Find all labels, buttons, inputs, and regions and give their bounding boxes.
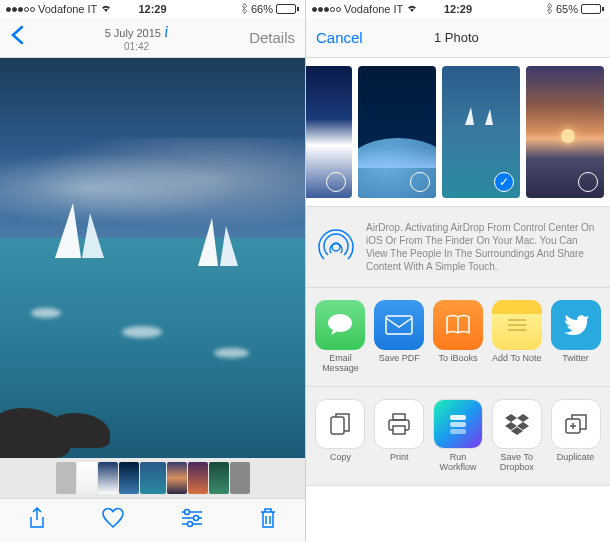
airdrop-icon bbox=[316, 227, 356, 267]
svg-rect-12 bbox=[450, 415, 466, 420]
status-time: 12:29 bbox=[138, 3, 166, 15]
battery-pct: 66% bbox=[251, 3, 273, 15]
copy-icon bbox=[315, 399, 365, 449]
photo-thumb-selected[interactable]: ✓ bbox=[442, 66, 520, 198]
svg-rect-13 bbox=[450, 422, 466, 427]
signal-icon bbox=[6, 7, 35, 12]
bluetooth-icon bbox=[546, 3, 553, 16]
svg-rect-4 bbox=[386, 316, 412, 334]
mail-icon bbox=[374, 300, 424, 350]
share-button[interactable] bbox=[27, 506, 47, 535]
photo-count: 1 Photo bbox=[363, 30, 550, 45]
action-duplicate[interactable]: Duplicate bbox=[549, 399, 602, 473]
carrier-label: Vodafone IT bbox=[38, 3, 97, 15]
nav-bar: 5 July 2015 i 01:42 Details bbox=[0, 18, 305, 58]
svg-rect-14 bbox=[450, 429, 466, 434]
share-message[interactable]: Email Message bbox=[314, 300, 367, 374]
actions-row: Copy Print Run Workflow Save To Dropbox … bbox=[306, 387, 610, 486]
share-mail[interactable]: Save PDF bbox=[373, 300, 426, 374]
share-ibooks[interactable]: To iBooks bbox=[432, 300, 485, 374]
battery-icon bbox=[581, 4, 604, 14]
share-twitter[interactable]: Twitter bbox=[549, 300, 602, 374]
status-time: 12:29 bbox=[444, 3, 472, 15]
delete-button[interactable] bbox=[258, 507, 278, 534]
action-print[interactable]: Print bbox=[373, 399, 426, 473]
details-button[interactable]: Details bbox=[249, 29, 295, 46]
action-workflow[interactable]: Run Workflow bbox=[432, 399, 485, 473]
bottom-toolbar bbox=[0, 498, 305, 542]
action-dropbox[interactable]: Save To Dropbox bbox=[490, 399, 543, 473]
twitter-icon bbox=[551, 300, 601, 350]
photo-thumb[interactable] bbox=[358, 66, 436, 198]
info-icon[interactable]: i bbox=[164, 23, 168, 40]
signal-icon bbox=[312, 7, 341, 12]
airdrop-section[interactable]: AirDrop. Activating AirDrop From Control… bbox=[306, 206, 610, 288]
airdrop-text: AirDrop. Activating AirDrop From Control… bbox=[366, 221, 600, 273]
favorite-button[interactable] bbox=[101, 507, 125, 534]
wifi-icon bbox=[406, 3, 418, 15]
svg-point-1 bbox=[193, 516, 198, 521]
status-bar: Vodafone IT 12:29 66% bbox=[0, 0, 305, 18]
back-button[interactable] bbox=[10, 25, 24, 51]
svg-rect-9 bbox=[393, 414, 405, 420]
photo-selector: ✓ bbox=[306, 58, 610, 206]
print-icon bbox=[374, 399, 424, 449]
action-copy[interactable]: Copy bbox=[314, 399, 367, 473]
status-bar: Vodafone IT 12:29 65% bbox=[306, 0, 610, 18]
share-nav: Cancel 1 Photo bbox=[306, 18, 610, 58]
thumbnail-strip[interactable] bbox=[0, 458, 305, 498]
cancel-button[interactable]: Cancel bbox=[316, 29, 363, 46]
duplicate-icon bbox=[551, 399, 601, 449]
svg-point-0 bbox=[184, 510, 189, 515]
share-sheet-pane: Vodafone IT 12:29 65% Cancel 1 Photo bbox=[305, 0, 610, 542]
svg-rect-8 bbox=[331, 417, 344, 434]
edit-button[interactable] bbox=[180, 508, 204, 533]
check-icon: ✓ bbox=[494, 172, 514, 192]
photo-thumb[interactable] bbox=[306, 66, 352, 198]
photo-detail-pane: Vodafone IT 12:29 66% 5 July 2015 i 01:4… bbox=[0, 0, 305, 542]
svg-rect-11 bbox=[393, 426, 405, 434]
svg-point-2 bbox=[187, 522, 192, 527]
dropbox-icon bbox=[492, 399, 542, 449]
battery-icon bbox=[276, 4, 299, 14]
ibooks-icon bbox=[433, 300, 483, 350]
main-photo[interactable] bbox=[0, 58, 305, 458]
nav-title: 5 July 2015 i 01:42 bbox=[105, 23, 169, 52]
workflow-icon bbox=[433, 399, 483, 449]
wifi-icon bbox=[100, 3, 112, 15]
battery-pct: 65% bbox=[556, 3, 578, 15]
photo-thumb[interactable] bbox=[526, 66, 604, 198]
bluetooth-icon bbox=[241, 3, 248, 16]
message-icon bbox=[315, 300, 365, 350]
share-notes[interactable]: Add To Note bbox=[490, 300, 543, 374]
carrier-label: Vodafone IT bbox=[344, 3, 403, 15]
share-apps-row: Email Message Save PDF To iBooks Add To … bbox=[306, 288, 610, 387]
notes-icon bbox=[492, 300, 542, 350]
